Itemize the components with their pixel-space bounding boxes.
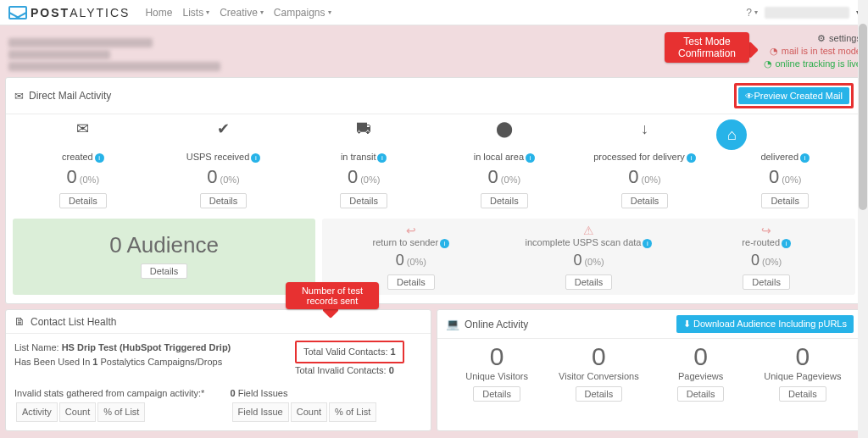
activity-lower-row: 0 Audience Details ↩return to senderi0(0… [6, 219, 862, 303]
scrollbar[interactable] [858, 0, 868, 438]
chevron-down-icon: ▾ [260, 8, 264, 16]
usage-text: Postalytics Campaigns/Drops [101, 357, 223, 367]
valid-value: 1 [391, 347, 396, 357]
activity-count: 0(0%) [155, 166, 292, 188]
preview-created-mail-button[interactable]: Preview Created Mail [738, 87, 849, 104]
activity-icon: ✉ [68, 119, 98, 150]
metric-label: Unique Pageviews [752, 371, 854, 381]
warning-label: incomplete USPS scan datai [504, 237, 675, 248]
details-button[interactable]: Details [340, 193, 387, 208]
info-icon[interactable]: i [440, 239, 449, 248]
usage-count: 1 [92, 357, 97, 367]
col-header: Count [291, 402, 327, 422]
activity-card-processed-for-delivery: ↓processed for deliveryi0(0%)Details [575, 114, 715, 213]
redacted-text [8, 62, 220, 71]
panel-body: List Name: HS Drip Test (HubSpot Trigger… [6, 334, 431, 430]
warning-label: re-routedi [681, 237, 852, 248]
status-text: online tracking is live [776, 58, 862, 69]
page-body: Test Mode Confirmation settings mail is … [0, 25, 868, 438]
account-name-redacted [765, 7, 849, 19]
callout-records-sent: Number of test records sent [286, 282, 379, 309]
panel-title: Online Activity [465, 319, 528, 330]
details-button[interactable]: Details [141, 263, 188, 279]
download-wrap: ⬇ Download Audience Including pURLs [676, 315, 854, 333]
activity-count: 0(0%) [14, 166, 152, 188]
details-button[interactable]: Details [200, 193, 248, 208]
nav-lists[interactable]: Lists▾ [182, 7, 209, 19]
details-button[interactable]: Details [576, 386, 623, 402]
nav-home-label: Home [145, 7, 172, 19]
activity-label: USPS receivedi [155, 152, 292, 163]
logo-rest: ALYTICS [70, 6, 130, 19]
audience-count: 0 [109, 232, 121, 258]
redacted-text [8, 50, 110, 59]
chevron-down-icon: ▾ [328, 8, 331, 16]
info-icon[interactable]: i [377, 153, 387, 163]
activity-count: 0(0%) [295, 166, 432, 188]
info-icon[interactable]: i [782, 239, 791, 248]
col-header: Field Issue [232, 402, 289, 422]
info-icon[interactable]: i [800, 153, 810, 163]
activity-label: createdi [14, 152, 152, 163]
metric-value: 0 [752, 342, 854, 371]
nav-campaigns[interactable]: Campaigns▾ [274, 7, 331, 19]
info-icon[interactable]: i [643, 239, 652, 248]
panel-direct-mail-activity: ✉ Direct Mail Activity Preview Created M… [5, 77, 863, 304]
logo-icon [8, 6, 27, 19]
details-button[interactable]: Details [761, 193, 809, 208]
nav-right: ?▾ ▾ [746, 7, 860, 19]
status-tracking-live: online tracking is live [764, 58, 862, 70]
annotation-highlight: Preview Created Mail [734, 83, 854, 108]
callout-line: Number of test [296, 286, 369, 296]
info-icon[interactable]: i [95, 153, 104, 163]
col-header: Count [59, 402, 96, 422]
metric-value: 0 [650, 342, 752, 371]
download-audience-button[interactable]: ⬇ Download Audience Including pURLs [676, 315, 854, 333]
warning-count: 0(0%) [326, 252, 497, 269]
details-button[interactable]: Details [59, 193, 107, 208]
info-icon[interactable]: i [526, 153, 535, 163]
activity-icon: ✔ [209, 119, 239, 150]
settings-link[interactable]: settings [764, 32, 862, 45]
redacted-text [8, 38, 153, 47]
stats-note: Invalid stats gathered from campaign act… [14, 386, 207, 401]
metric-label: Unique Visitors [446, 371, 548, 381]
details-button[interactable]: Details [387, 274, 435, 290]
status-text: mail is in test mode [782, 46, 861, 56]
field-issues-count: 0 [231, 388, 236, 398]
panel-title: Direct Mail Activity [29, 90, 111, 102]
activity-icon: ↓ [630, 119, 660, 150]
activity-icon: ⛟ [348, 119, 379, 150]
details-button[interactable]: Details [565, 274, 613, 290]
details-button[interactable]: Details [743, 274, 790, 290]
audience-box: 0 Audience Details [13, 219, 315, 295]
info-icon[interactable]: i [687, 153, 696, 163]
details-button[interactable]: Details [481, 193, 528, 208]
page-header: Test Mode Confirmation settings mail is … [5, 30, 863, 77]
metric-unique-visitors: 0Unique VisitorsDetails [446, 342, 548, 402]
panel-header: 💻 Online Activity ⬇ Download Audience In… [437, 310, 862, 339]
warnings-box: ↩return to senderi0(0%)Details⚠incomplet… [322, 219, 855, 295]
panel-contact-list-health: Number of test records sent 🗎 Contact Li… [5, 309, 431, 431]
metric-label: Pageviews [650, 371, 752, 381]
total-valid-contacts: Total Valid Contacts: 1 [295, 341, 404, 363]
info-icon[interactable]: i [251, 153, 260, 163]
envelope-icon: ✉ [14, 90, 24, 103]
scrollbar-thumb[interactable] [859, 24, 867, 210]
metric-unique-pageviews: 0Unique PageviewsDetails [752, 342, 854, 402]
metric-pageviews: 0PageviewsDetails [650, 342, 752, 402]
details-button[interactable]: Details [473, 386, 520, 402]
activity-count: 0(0%) [436, 166, 573, 188]
nav-home[interactable]: Home [145, 7, 172, 19]
nav-creative[interactable]: Creative▾ [220, 7, 264, 19]
activity-label: deliveredi [716, 152, 854, 163]
metric-value: 0 [446, 342, 548, 371]
settings-label: settings [829, 33, 861, 43]
details-button[interactable]: Details [779, 386, 826, 402]
field-issue-table: Field Issue Count % of List [231, 401, 379, 424]
details-button[interactable]: Details [621, 193, 669, 208]
activity-icon: ⬤ [489, 119, 520, 150]
chevron-down-icon: ▾ [206, 8, 209, 16]
details-button[interactable]: Details [677, 386, 725, 402]
help-menu[interactable]: ?▾ [746, 7, 758, 19]
